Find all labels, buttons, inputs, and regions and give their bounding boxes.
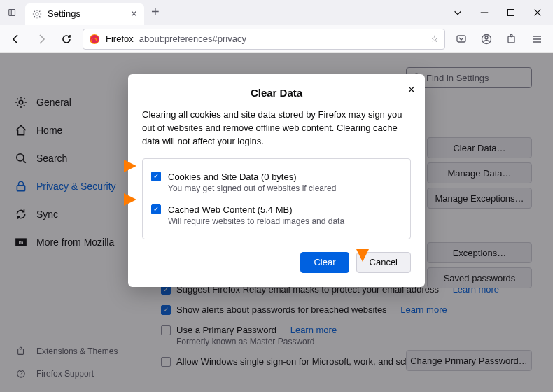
overflow-icon[interactable] [6, 6, 20, 19]
account-icon[interactable] [477, 30, 496, 48]
option-label: Cookies and Site Data (0 bytes) [168, 172, 336, 182]
option-label: Cached Web Content (5.4 MB) [168, 204, 344, 215]
annotation-arrow-icon [124, 160, 136, 172]
maximize-button[interactable] [504, 6, 518, 19]
svg-rect-0 [9, 9, 15, 15]
annotation-arrow-icon [124, 193, 136, 206]
forward-button[interactable] [32, 30, 50, 48]
clear-button[interactable]: Clear [300, 252, 349, 273]
gear-icon [32, 9, 42, 19]
url-path: about:preferences#privacy [139, 34, 246, 44]
back-button[interactable] [7, 30, 25, 48]
reload-button[interactable] [57, 30, 76, 48]
cancel-button[interactable]: Cancel [356, 252, 411, 273]
dialog-close-button[interactable]: × [407, 83, 415, 97]
option-cookies: ✓ Cookies and Site Data (0 bytes) You ma… [151, 166, 402, 199]
close-button[interactable] [531, 6, 545, 19]
svg-rect-2 [508, 9, 514, 15]
checkbox[interactable]: ✓ [151, 204, 161, 214]
modal-overlay: Clear Data × Clearing all cookies and si… [0, 53, 553, 392]
clear-data-dialog: Clear Data × Clearing all cookies and si… [128, 74, 425, 287]
dialog-title: Clear Data [142, 87, 411, 99]
dialog-options: ✓ Cookies and Site Data (0 bytes) You ma… [142, 158, 411, 239]
dialog-body: Clearing all cookies and site data store… [142, 108, 411, 148]
new-tab-button[interactable]: + [144, 4, 167, 20]
navbar: Firefox about:preferences#privacy ☆ [0, 25, 553, 53]
svg-point-1 [36, 13, 38, 15]
option-cache: ✓ Cached Web Content (5.4 MB) Will requi… [151, 199, 402, 232]
chevron-down-icon[interactable] [451, 6, 465, 19]
tab-title: Settings [48, 8, 80, 19]
bookmark-star-icon[interactable]: ☆ [430, 34, 439, 44]
minimize-button[interactable] [477, 6, 491, 19]
svg-rect-7 [508, 36, 514, 43]
titlebar-left [0, 6, 25, 19]
url-bar[interactable]: Firefox about:preferences#privacy ☆ [83, 29, 445, 50]
url-scheme: Firefox [106, 34, 134, 44]
svg-point-6 [485, 36, 488, 39]
option-sub: Will require websites to reload images a… [168, 216, 344, 226]
extensions-icon[interactable] [503, 30, 521, 48]
tab-settings[interactable]: Settings × [25, 4, 144, 24]
dialog-buttons: Clear Cancel [142, 252, 411, 273]
window-controls [442, 6, 553, 19]
menu-icon[interactable] [528, 30, 546, 48]
checkbox[interactable]: ✓ [151, 172, 161, 181]
svg-rect-8 [510, 34, 512, 36]
firefox-icon [89, 34, 100, 45]
tab-close-icon[interactable]: × [131, 8, 137, 20]
window-titlebar: Settings × + [0, 0, 553, 25]
svg-rect-4 [457, 36, 465, 42]
option-sub: You may get signed out of websites if cl… [168, 183, 336, 193]
pocket-icon[interactable] [452, 30, 470, 48]
